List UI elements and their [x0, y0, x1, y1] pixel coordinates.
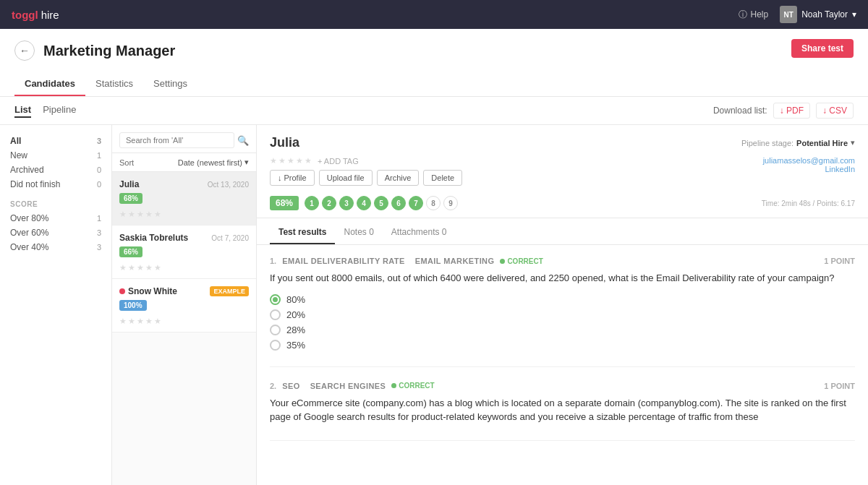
tab-settings[interactable]: Settings [143, 72, 197, 96]
tab-test-results[interactable]: Test results [270, 221, 335, 244]
candidate-saskia[interactable]: Saskia Tobreluts Oct 7, 2020 66% ★ ★ ★ ★… [112, 226, 256, 279]
filter-over-60[interactable]: Over 60% 3 [10, 226, 101, 240]
answer-option-3: 28% [270, 325, 855, 335]
top-nav-right: ⓘ Help NT Noah Taylor ▾ [739, 6, 856, 23]
csv-download-button[interactable]: ↓ CSV [816, 103, 854, 119]
detail-stars: ★ ★ ★ ★ ★ [270, 156, 312, 166]
correct-badge: CORRECT [391, 382, 434, 390]
question-block-1: 1. EMAIL DELIVERABILITY RATE EMAIL MARKE… [270, 257, 855, 367]
status-filters: All 3 New 1 Archived 0 Did not finish 0 [10, 134, 101, 192]
view-tab-list[interactable]: List [14, 104, 31, 118]
star-5: ★ [154, 317, 161, 326]
download-icon: ↓ [278, 173, 282, 182]
view-tab-pipeline[interactable]: Pipeline [43, 104, 76, 118]
add-tag-button[interactable]: + ADD TAG [318, 157, 359, 166]
question-dot-2[interactable]: 2 [322, 196, 336, 210]
share-test-button[interactable]: Share test [791, 39, 854, 58]
radio-selected [270, 294, 281, 305]
user-menu[interactable]: NT Noah Taylor ▾ [780, 6, 856, 23]
star-1: ★ [119, 263, 127, 272]
star-4: ★ [145, 210, 153, 219]
star-1: ★ [119, 317, 127, 326]
logo-toggl: toggl [12, 9, 38, 21]
search-icon[interactable]: 🔍 [237, 135, 249, 146]
back-icon: ← [20, 45, 30, 56]
detail-tabs: Test results Notes 0 Attachments 0 [257, 221, 868, 245]
points-label: 1 POINT [824, 382, 855, 390]
linkedin-link[interactable]: LinkedIn [763, 165, 855, 173]
question-dot-1[interactable]: 1 [305, 196, 319, 210]
filter-all[interactable]: All 3 [10, 134, 101, 148]
candidate-score: 66% [119, 246, 142, 257]
profile-button[interactable]: ↓ Profile [270, 170, 315, 186]
user-avatar: NT [780, 6, 797, 23]
star-4: ★ [145, 317, 153, 326]
candidate-stars: ★ ★ ★ ★ ★ [119, 263, 249, 272]
candidate-stars: ★ ★ ★ ★ ★ [119, 317, 249, 326]
tab-attachments[interactable]: Attachments 0 [383, 221, 456, 244]
star-5: ★ [154, 263, 161, 272]
tab-candidates[interactable]: Candidates [14, 72, 85, 96]
test-results-content: 1. EMAIL DELIVERABILITY RATE EMAIL MARKE… [257, 245, 868, 467]
question-dot-9[interactable]: 9 [443, 196, 458, 210]
sort-label: Sort [119, 158, 134, 167]
candidate-name: Saskia Tobreluts [119, 233, 188, 243]
detail-header: Julia Pipeline stage: Potential Hire ▾ ★… [257, 125, 868, 218]
email-link[interactable]: juliamasselos@gmail.com [763, 156, 855, 165]
candidate-score: 100% [119, 300, 147, 311]
question-dot-5[interactable]: 5 [374, 196, 388, 210]
upload-file-button[interactable]: Upload file [319, 170, 373, 186]
radio-unselected [270, 325, 281, 335]
filter-new[interactable]: New 1 [10, 148, 101, 163]
question-dot-7[interactable]: 7 [409, 196, 423, 210]
star-4: ★ [145, 263, 153, 272]
radio-unselected [270, 340, 281, 351]
candidate-julia[interactable]: Julia Oct 13, 2020 68% ★ ★ ★ ★ ★ [112, 172, 256, 226]
page-header: ← Marketing Manager Share test Candidate… [0, 29, 868, 97]
filter-did-not-finish[interactable]: Did not finish 0 [10, 177, 101, 192]
question-dot-8[interactable]: 8 [426, 196, 441, 210]
question-subcategory: SEARCH ENGINES [310, 382, 386, 390]
tab-notes[interactable]: Notes 0 [335, 221, 382, 244]
page-title: Marketing Manager [43, 43, 175, 59]
example-badge: EXAMPLE [210, 286, 249, 296]
question-dot-6[interactable]: 6 [391, 196, 406, 210]
candidate-date: Oct 7, 2020 [211, 234, 249, 242]
tab-statistics[interactable]: Statistics [85, 72, 143, 96]
archive-button[interactable]: Archive [377, 170, 420, 186]
delete-button[interactable]: Delete [423, 170, 462, 186]
question-category: SEO [282, 382, 299, 390]
filter-over-40[interactable]: Over 40% 3 [10, 240, 101, 254]
question-block-2: 2. SEO SEARCH ENGINES CORRECT 1 POINT Yo… [270, 382, 855, 441]
candidate-stars: ★ ★ ★ ★ ★ [119, 210, 249, 219]
question-text-2: Your eCommerce site (company.com) has a … [270, 396, 855, 424]
pdf-download-button[interactable]: ↓ PDF [773, 103, 810, 119]
question-subcategory: EMAIL MARKETING [415, 257, 495, 265]
question-dot-4[interactable]: 4 [357, 196, 371, 210]
star-2: ★ [128, 263, 135, 272]
star-2: ★ [128, 210, 135, 219]
answer-option-4: 35% [270, 340, 855, 351]
filter-over-80[interactable]: Over 80% 1 [10, 211, 101, 226]
pipeline-stage-label: Pipeline stage: [741, 139, 793, 147]
candidates-list: Julia Oct 13, 2020 68% ★ ★ ★ ★ ★ Saskia … [112, 172, 256, 485]
time-points: Time: 2min 48s / Points: 6.17 [762, 199, 855, 207]
back-button[interactable]: ← [14, 40, 35, 61]
question-header-1: 1. EMAIL DELIVERABILITY RATE EMAIL MARKE… [270, 257, 855, 265]
question-dot-3[interactable]: 3 [339, 196, 354, 210]
page-tabs: Candidates Statistics Settings [14, 72, 197, 96]
chevron-down-icon: ▾ [852, 9, 856, 20]
star-3: ★ [137, 210, 144, 219]
star-5: ★ [154, 210, 161, 219]
sort-dropdown[interactable]: Date (newest first) ▾ [178, 158, 249, 167]
help-button[interactable]: ⓘ Help [739, 9, 768, 21]
top-navigation: toggl hire ⓘ Help NT Noah Taylor ▾ [0, 0, 868, 29]
candidate-name: Snow White [128, 286, 177, 296]
view-tabs: List Pipeline [14, 104, 76, 118]
filter-archived[interactable]: Archived 0 [10, 163, 101, 177]
candidate-snow-white[interactable]: Snow White EXAMPLE 100% ★ ★ ★ ★ ★ [112, 279, 256, 332]
correct-dot-icon [391, 383, 396, 388]
sort-row: Sort Date (newest first) ▾ [112, 153, 256, 172]
correct-badge: CORRECT [500, 257, 542, 265]
search-input[interactable] [119, 132, 234, 148]
